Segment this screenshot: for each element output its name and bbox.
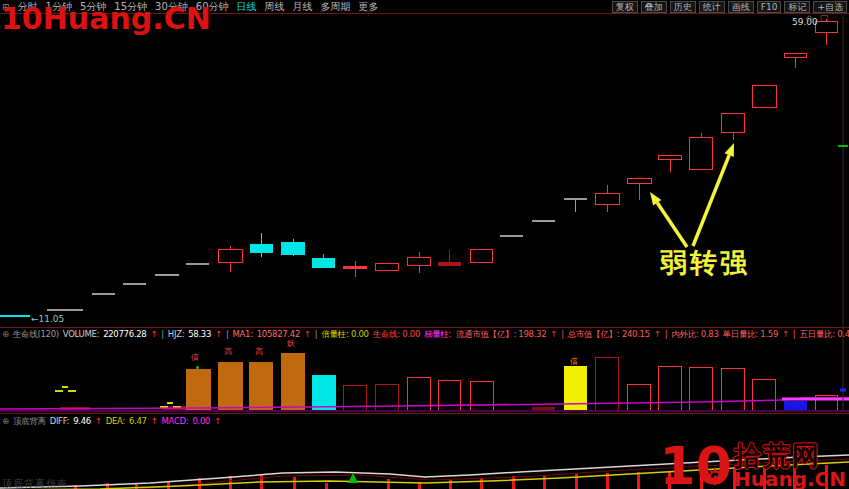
header-field: 流通市值【亿】: 198.32 [456,329,546,340]
tool-button-7[interactable]: +自选 [813,1,847,13]
last-price-label: 59.00 [792,17,818,27]
faint-indicator-watermark: 顶底背离指南 [2,477,68,489]
candlestick [721,113,745,133]
header-field: MACD: [162,416,189,427]
square-icon[interactable]: ▢ [820,13,829,23]
header-field: 梯量柱: 0.00 [424,329,454,340]
tool-button-6[interactable]: 标记 [784,1,810,13]
header-field: ↑ [95,416,102,427]
volume-bar [689,367,713,411]
volume-bar [407,377,431,411]
header-field: 220776.28 [103,329,146,340]
candlestick [595,193,620,205]
volume-bar [312,375,336,411]
candlestick [470,249,493,263]
header-field: 105827.42 [257,329,300,340]
volume-bar [281,353,305,411]
watermark-scribble [160,406,168,408]
volume-bar [658,366,682,411]
header-field: 总市值【亿】: 240.15 [568,329,650,340]
watermark-scribble [55,390,63,392]
volume-baseline [0,410,849,412]
header-field: 顶底背离 [13,416,46,427]
macd-histogram-bar [480,478,483,489]
macd-indicator-header: ⊕顶底背离DIFF:9.46↑DEA:6.47↑MACD:0.00↑ [2,416,221,427]
candlestick [312,258,335,268]
macd-histogram-bar [106,483,109,489]
volume-bar [627,384,651,411]
header-field: 生命线(120) [13,329,59,340]
macd-histogram-bar [512,476,515,489]
indicator-expand-icon[interactable]: ⊕ [2,329,9,340]
macd-histogram-bar [543,475,546,489]
header-field: 58.33 [188,329,211,340]
candle-wick [355,261,356,277]
annotation-weak-to-strong: 弱转强 [660,245,750,281]
period-tab-8[interactable]: 月线 [293,1,313,13]
period-tab-7[interactable]: 周线 [265,1,285,13]
header-field: | [793,329,796,340]
macd-histogram-bar [167,481,170,489]
header-field: 五日量比: 0.48 [799,329,849,340]
header-field: ↑ [304,329,311,340]
macd-histogram-bar [74,485,77,489]
candlestick [438,262,461,266]
tool-button-5[interactable]: F10 [757,1,782,13]
indicator-expand-icon[interactable]: ⊕ [2,416,9,427]
tool-menu: 复权叠加历史统计画线F10标记+自选 [612,1,847,13]
candlestick [407,257,431,266]
header-field: 6.47 [129,416,147,427]
candlestick [752,85,777,108]
volume-bar [564,366,587,411]
annotation-arrow-head-0 [650,192,661,206]
volume-signal-mark: 倍 [191,354,199,362]
logo-domain: Huang.CN [734,469,846,489]
macd-histogram-bar [575,474,578,489]
volume-bar [438,380,461,411]
period-tab-10[interactable]: 更多 [359,1,379,13]
header-field: ↑ [654,329,661,340]
diamond-icon[interactable]: ◇ [806,13,813,23]
tool-button-3[interactable]: 统计 [699,1,725,13]
volume-macd-separator [0,413,849,414]
candle-wick [575,198,576,212]
signal-dot [196,366,199,369]
watermark-scribble [173,406,181,408]
period-tab-6[interactable]: 日线 [237,1,257,13]
header-field: | [665,329,668,340]
tool-button-4[interactable]: 画线 [728,1,754,13]
volume-signal-mark: 高 [224,348,232,356]
market-info-header: 流通市值【亿】: 198.32↑|总市值【亿】: 240.15↑|内外比: 0.… [456,329,849,340]
volume-bar [375,384,399,411]
tool-button-2[interactable]: 历史 [670,1,696,13]
tool-button-0[interactable]: 复权 [612,1,638,13]
macd-histogram-bar [637,472,640,489]
candlestick-dash [500,235,523,237]
volume-bar [721,368,745,411]
tool-button-1[interactable]: 叠加 [641,1,667,13]
stock-chart-window: ⊞ 分时1分钟5分钟15分钟30分钟60分钟日线周线月线多周期更多 复权叠加历史… [0,0,849,489]
macd-histogram-bar [260,474,263,489]
header-field: | [315,329,318,340]
header-field: 内外比: 0.83 [671,329,718,340]
volume-bar [815,395,838,411]
candlestick [784,53,807,58]
header-field: 单日量比: 1.59 [723,329,779,340]
candlestick [689,137,713,170]
candlestick-dash [92,293,115,295]
period-tab-9[interactable]: 多周期 [321,1,351,13]
candlestick-dash [532,220,555,222]
candlestick [658,155,682,160]
site-watermark-text: 10Huang.CN [1,4,211,34]
volume-signal-mark: 妖 [287,340,295,348]
header-field: 9.46 [73,416,91,427]
macd-histogram-bar [606,473,609,489]
volume-signal-mark: 倍 [570,358,578,366]
header-field: 生命线: 0.00 [373,329,420,340]
watermark-scribble [68,390,76,392]
macd-histogram-bar [418,482,421,489]
header-field: ↑ [151,416,158,427]
annotation-arrow-head-1 [725,143,734,157]
header-field: DEA: [106,416,125,427]
macd-histogram-bar [387,479,390,489]
